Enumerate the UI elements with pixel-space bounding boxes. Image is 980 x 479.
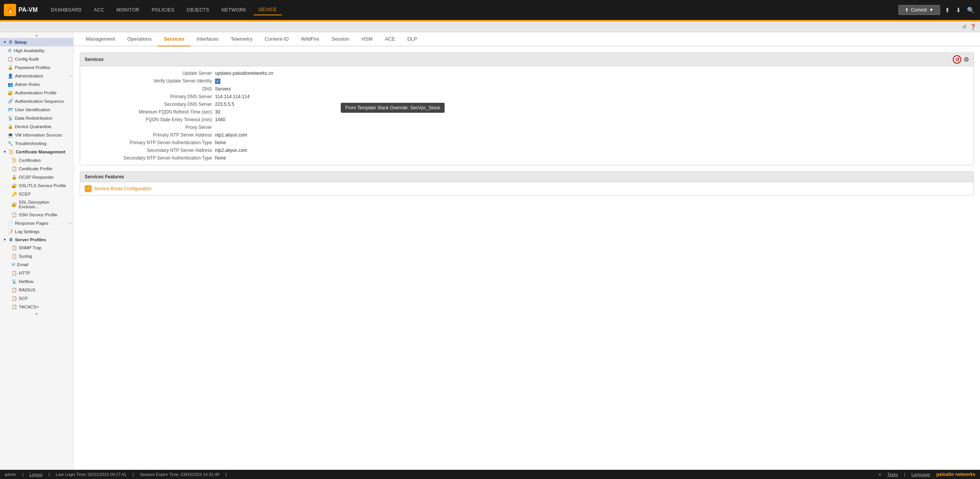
setup-triangle: ▼ (3, 40, 7, 44)
email-icon: ✉ (11, 262, 15, 267)
search-icon-btn[interactable]: 🔍 (965, 5, 976, 15)
value-primary-ntp-auth: None (215, 140, 969, 145)
sidebar-label-user-id: User Identification (15, 107, 50, 112)
ssl-tls-icon: 🔐 (11, 183, 17, 188)
auth-seq-icon: 🔗 (8, 99, 13, 104)
sidebar-item-server-profiles[interactable]: ▼ 🖥 Server Profiles (0, 236, 73, 244)
sidebar-item-email[interactable]: ✉ Email (0, 260, 73, 269)
nav-items: DASHBOARD ACC MONITOR POLICIES OBJECTS N… (45, 5, 898, 15)
sidebar-item-ocsp[interactable]: 🔒 OCSP Responder (0, 173, 73, 181)
sidebar-item-syslog[interactable]: 📋 Syslog (0, 252, 73, 260)
nav-dashboard[interactable]: DASHBOARD (45, 5, 87, 15)
tab-interfaces[interactable]: Interfaces (190, 32, 225, 46)
tab-ace[interactable]: ACE (379, 32, 401, 46)
upload-icon-btn[interactable]: ⬆ (943, 5, 951, 15)
log-settings-icon: 📝 (8, 229, 13, 234)
sidebar-item-auth-sequence[interactable]: 🔗 Authentication Sequence (0, 97, 73, 105)
label-primary-ntp-auth: Primary NTP Server Authentication Type (85, 140, 215, 145)
services-title: Services (85, 57, 103, 62)
sidebar-item-certificates[interactable]: 📜 Certificates (0, 156, 73, 165)
sidebar-item-http[interactable]: 📋 HTTP (0, 269, 73, 277)
sidebar-item-config-audit[interactable]: 📋 Config Audit (0, 55, 73, 63)
tab-operations[interactable]: Operations (121, 32, 158, 46)
label-primary-ntp: Primary NTP Server Address (85, 132, 215, 138)
sidebar-item-setup[interactable]: ▼ ⚙ Setup (0, 38, 73, 46)
sidebar-label-password-profiles: Password Profiles (15, 65, 50, 70)
sidebar-item-auth-profile[interactable]: 🔐 Authentication Profile (0, 89, 73, 97)
nav-objects[interactable]: OBJECTS (181, 5, 215, 15)
sidebar-item-password-profiles[interactable]: 🔒 Password Profiles (0, 63, 73, 72)
language-link[interactable]: Language (911, 472, 930, 477)
sidebar-item-user-identification[interactable]: 🪪 User Identification (0, 105, 73, 114)
data-row-secondary-ntp-auth: Secondary NTP Server Authentication Type… (80, 154, 973, 162)
data-row-secondary-dns: Secondary DNS Server 223.5.5.5 (80, 100, 973, 108)
tab-hsm[interactable]: HSM (355, 32, 379, 46)
sidebar-item-ssl-tls[interactable]: 🔐 SSL/TLS Service Profile (0, 181, 73, 190)
sidebar-response-pages-wrapper: 📄 Response Pages • (0, 219, 73, 227)
nav-network[interactable]: NETWORK (216, 5, 252, 15)
tab-dlp[interactable]: DLP (401, 32, 423, 46)
commit-icon: ⬆ (905, 7, 909, 13)
sidebar-item-vm-info[interactable]: 💻 VM Information Sources (0, 131, 73, 139)
sidebar: ▲ ▼ ⚙ Setup ⚙ High Availability 📋 Config… (0, 32, 74, 470)
commit-button[interactable]: ⬆ Commit ▼ (898, 5, 940, 15)
label-primary-dns: Primary DNS Server (85, 94, 215, 99)
help-icon[interactable]: ❓ (970, 24, 976, 30)
nav-right: ⬆ Commit ▼ ⬆ ⬇ 🔍 (898, 5, 976, 15)
sidebar-item-radius[interactable]: 📋 RADIUS (0, 286, 73, 294)
sidebar-item-scp[interactable]: 📋 SCP (0, 294, 73, 303)
nav-acc[interactable]: ACC (89, 5, 110, 15)
sidebar-label-snmp: SNMP Trap (19, 245, 41, 250)
download-icon-btn[interactable]: ⬇ (954, 5, 962, 15)
ha-icon: ⚙ (8, 48, 12, 53)
sidebar-label-device-q: Device Quarantine (15, 124, 51, 129)
sidebar-item-admin-roles[interactable]: 👥 Admin Roles (0, 80, 73, 89)
sidebar-item-cert-profile[interactable]: 📋 Certificate Profile (0, 165, 73, 173)
nav-device[interactable]: DEVICE (253, 5, 282, 15)
label-fqdn-refresh: Minimum FQDN Refresh Time (sec) (85, 109, 215, 115)
service-route-config-link[interactable]: ⚡ Service Route Configuration (85, 185, 969, 192)
admin-icon: 👤 (8, 73, 13, 79)
tooltip-box: From Template Stack Override: SecVpc_Sta… (341, 103, 445, 113)
services-gear-icon[interactable]: ⚙ (964, 56, 969, 63)
nav-policies[interactable]: POLICIES (146, 5, 180, 15)
nav-monitor[interactable]: MONITOR (111, 5, 145, 15)
tab-telemetry[interactable]: Telemetry (225, 32, 258, 46)
tab-services[interactable]: Services (158, 32, 190, 46)
status-separator-5: | (904, 472, 905, 477)
user-id-icon: 🪪 (8, 107, 13, 112)
status-bar: admin | Logout | Last Login Time: 02/01/… (0, 470, 980, 479)
tab-session[interactable]: Session (325, 32, 355, 46)
sidebar-item-log-settings[interactable]: 📝 Log Settings (0, 227, 73, 236)
sidebar-item-ssh-service[interactable]: 📋 SSH Service Profile (0, 211, 73, 219)
tab-wildfire[interactable]: WildFire (295, 32, 325, 46)
sidebar-label-ocsp: OCSP Responder (19, 175, 54, 179)
label-fqdn-stale: FQDN Stale Entry Timeout (min) (85, 117, 215, 122)
sidebar-item-cert-mgmt[interactable]: ▼ 📜 Certificate Management (0, 148, 73, 156)
data-row-secondary-ntp: Secondary NTP Server Address ntp2.aliyun… (80, 146, 973, 154)
tasks-link[interactable]: Tasks (887, 472, 898, 477)
services-refresh-btn[interactable]: ↺ (953, 55, 961, 64)
sidebar-setup-label: Setup (15, 40, 27, 44)
sidebar-item-scep[interactable]: 🔑 SCEP (0, 190, 73, 198)
refresh-icon[interactable]: ↺ (962, 24, 967, 30)
sidebar-item-administrators[interactable]: 👤 Administrators (0, 72, 73, 80)
tab-management[interactable]: Management (80, 32, 121, 46)
sidebar-item-tacacs[interactable]: 📋 TACACS+ (0, 303, 73, 311)
sidebar-item-response-pages[interactable]: 📄 Response Pages (0, 219, 73, 227)
sidebar-item-data-redistribution[interactable]: 📡 Data Redistribution (0, 114, 73, 122)
logout-link[interactable]: Logout (30, 472, 43, 477)
services-features-box: Services Features ⚡ Service Route Config… (80, 171, 974, 196)
sidebar-item-netflow[interactable]: 📡 Netflow (0, 277, 73, 286)
sidebar-scroll-up[interactable]: ▲ (0, 32, 73, 38)
sidebar-item-device-quarantine[interactable]: 🔒 Device Quarantine (0, 122, 73, 131)
tab-content-id[interactable]: Content-ID (258, 32, 295, 46)
auth-profile-icon: 🔐 (8, 90, 13, 95)
services-header-icons: ↺ ⚙ (953, 55, 969, 64)
sidebar-scroll-down[interactable]: ▼ (0, 311, 73, 317)
sidebar-item-snmp[interactable]: 📋 SNMP Trap (0, 244, 73, 252)
sidebar-item-high-availability[interactable]: ⚙ High Availability (0, 46, 73, 55)
sidebar-item-troubleshooting[interactable]: 🔧 Troubleshooting (0, 139, 73, 148)
sidebar-item-ssl-decrypt[interactable]: 🔐 SSL Decryption Exclusio... (0, 198, 73, 211)
logo-text: PA-VM (18, 7, 38, 13)
